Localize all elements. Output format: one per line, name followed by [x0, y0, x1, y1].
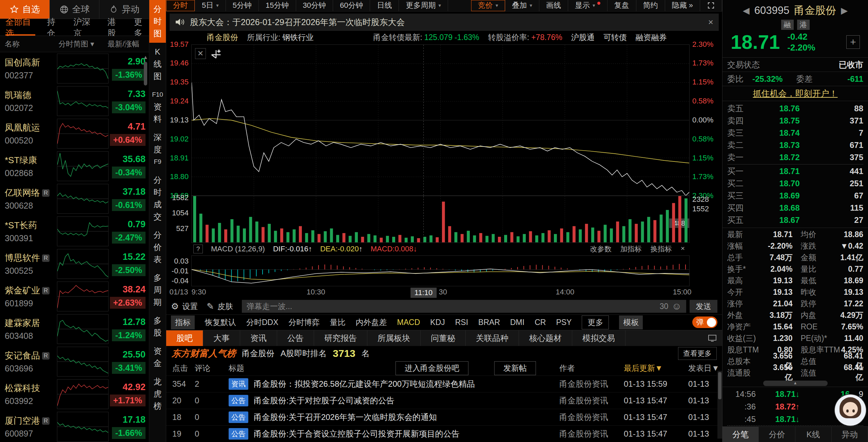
indicator-RSI[interactable]: RSI — [455, 318, 468, 327]
forum-author[interactable]: 甬金股份资讯 — [559, 428, 624, 439]
view-strip-item-2[interactable]: K线图 — [149, 43, 166, 85]
indicator-恢复默认[interactable]: 恢复默认 — [205, 317, 236, 328]
industry-value[interactable]: 钢铁行业 — [282, 32, 313, 43]
skin-icon[interactable]: ✎ — [207, 301, 214, 312]
view-strip-item-8[interactable]: 多股 — [149, 311, 166, 342]
view-strip-item-7[interactable]: 多周期 — [149, 269, 166, 311]
tab-股吧[interactable]: 股吧 — [166, 330, 203, 346]
indicator-指标[interactable]: 指标 — [171, 315, 195, 329]
collapse-handle[interactable]: ▴ — [763, 381, 828, 386]
stock-row[interactable]: 亿联网络R30062837.18-0.61% — [0, 182, 149, 215]
stock-row[interactable]: *ST长药3003910.79-2.47% — [0, 215, 149, 248]
view-strip-item-5[interactable]: 分时成交 — [149, 171, 166, 226]
tool-竞价[interactable]: 竞价▾ — [471, 0, 505, 11]
tool-叠加[interactable]: 叠加▾ — [505, 0, 540, 11]
view-strip-item-1[interactable]: 分时图 — [149, 0, 166, 43]
forum-title-link[interactable]: 甬金股份:关于召开2026年第一次临时股东会的通知 — [254, 412, 437, 423]
macd-plot[interactable] — [191, 255, 690, 286]
forum-row[interactable]: 180公告甬金股份:关于召开2026年第一次临时股东会的通知甬金股份资讯01-1… — [166, 409, 722, 425]
period-tab-15分钟[interactable]: 15分钟 — [259, 0, 296, 11]
forum-row[interactable]: 3542资讯甬金股份：拟投资26.58亿元建设年产200万吨短流程绿色精品甬金股… — [166, 376, 722, 392]
macd-tool-2[interactable]: 加指标 — [620, 244, 642, 254]
tab-研究报告[interactable]: 研究报告 — [314, 330, 367, 346]
book-row[interactable]: 买一18.71441 — [727, 165, 863, 177]
bond-price[interactable]: 125.079 — [424, 33, 452, 42]
period-tab-60分钟[interactable]: 60分钟 — [333, 0, 370, 11]
column-chart-dropdown[interactable]: 分时简图 ▾ — [51, 39, 102, 49]
indicator-更多[interactable]: 更多 — [582, 315, 609, 329]
tool-画线[interactable]: 画线 — [539, 0, 568, 11]
col-updated-sort[interactable]: 最后更新▼ — [624, 363, 688, 373]
indicator-MACD[interactable]: MACD — [397, 318, 420, 327]
volume-plot[interactable]: 488 — [191, 196, 690, 243]
tab-大事[interactable]: 大事 — [203, 330, 240, 346]
stock-row[interactable]: 凤凰航运0005204.71+0.64% — [0, 117, 149, 150]
macd-tool-4[interactable]: × — [681, 244, 685, 254]
enter-forum-button[interactable]: 进入甬金股份吧 — [396, 361, 468, 375]
stock-row[interactable]: 国创高新0023772.90-1.36% — [0, 52, 149, 85]
scrollbar-thumb[interactable] — [144, 62, 147, 85]
quote-tab-分价[interactable]: 分价 — [759, 427, 795, 442]
stock-row[interactable]: 凯瑞德0020727.33-3.04% — [0, 85, 149, 117]
tick-row[interactable]: 15:0018.71942 — [727, 425, 863, 426]
view-strip-item-9[interactable]: 资金 — [149, 342, 166, 372]
period-tab-5日[interactable]: 5日▾ — [195, 0, 226, 11]
book-row[interactable]: 卖三18.747 — [727, 127, 863, 139]
book-row[interactable]: 买三18.6967 — [727, 190, 863, 202]
prev-stock-icon[interactable]: ◀ — [743, 5, 750, 16]
overlay-close-icon[interactable]: ✕ — [195, 48, 206, 59]
tab-所属板块[interactable]: 所属板块 — [367, 330, 421, 346]
book-row[interactable]: 买四18.68115 — [727, 202, 863, 214]
indicator-量比[interactable]: 量比 — [330, 317, 346, 328]
forum-title-link[interactable]: 甬金股份：拟投资26.58亿元建设年产200万吨短流程绿色精品 — [254, 379, 475, 389]
price-plot[interactable]: ✕ — [191, 44, 690, 196]
forum-author[interactable]: 甬金股份资讯 — [559, 412, 624, 423]
stock-row[interactable]: 安记食品R60369625.50-3.41% — [0, 345, 149, 378]
add-to-watchlist-button[interactable]: + — [846, 35, 860, 49]
forum-row[interactable]: 190公告甬金股份:关于合资设立控股子公司投资开展新项目的公告甬金股份资讯01-… — [166, 425, 722, 442]
period-tab-日线[interactable]: 日线 — [370, 0, 399, 11]
forum-row[interactable]: 200公告甬金股份:关于对控股子公司减资的公告甬金股份资讯01-13 15:47… — [166, 392, 722, 409]
tab-模拟交易[interactable]: 模拟交易 — [572, 330, 625, 346]
emoji-icon[interactable]: ☺ — [672, 301, 681, 312]
news-scrollbar[interactable] — [717, 371, 722, 439]
skin-label[interactable]: 皮肤 — [217, 301, 233, 312]
info-link-1[interactable]: 沪股通 — [571, 32, 595, 43]
tab-公告[interactable]: 公告 — [277, 330, 314, 346]
stock-row[interactable]: 松霖科技60399242.92+1.71% — [0, 378, 149, 410]
indicator-CR[interactable]: CR — [535, 318, 546, 327]
tool-显示[interactable]: 显示▾ — [568, 0, 607, 11]
info-link-3[interactable]: 融资融券 — [636, 32, 667, 43]
indicator-KDJ[interactable]: KDJ — [430, 318, 445, 327]
watchlist-scrollbar[interactable]: ▲ — [143, 54, 148, 95]
view-strip-item-6[interactable]: 分价表 — [149, 226, 166, 269]
next-stock-icon[interactable]: ▶ — [841, 5, 848, 16]
stock-row[interactable]: 紫金矿业R60189938.24+2.63% — [0, 280, 149, 313]
indicator-PSY[interactable]: PSY — [556, 318, 572, 327]
forum-title-link[interactable]: 甬金股份:关于合资设立控股子公司投资开展新项目的公告 — [254, 428, 460, 439]
new-post-button[interactable]: 发新帖 — [494, 361, 536, 375]
watchlist-subtab-4[interactable]: 港股 — [108, 19, 122, 36]
open-account-banner[interactable]: 抓住机会，即刻开户！ — [722, 86, 868, 101]
tool-隐藏 »[interactable]: 隐藏 » — [665, 0, 700, 11]
stock-row[interactable]: *ST绿康00286835.68-0.34% — [0, 150, 149, 182]
stock-row[interactable]: 博思软件R30052515.22-2.50% — [0, 248, 149, 280]
view-more-button[interactable]: 查看更多 — [678, 347, 717, 360]
assistant-avatar[interactable] — [835, 395, 866, 426]
tool-复盘[interactable]: 复盘 — [607, 0, 636, 11]
indicator-DMI[interactable]: DMI — [510, 318, 524, 327]
indicator-内外盘差[interactable]: 内外盘差 — [356, 317, 387, 328]
forum-title-link[interactable]: 甬金股份:关于对控股子公司减资的公告 — [254, 395, 394, 406]
indicator-分时博弈[interactable]: 分时博弈 — [289, 317, 320, 328]
quote-tab-分笔[interactable]: 分笔 — [722, 427, 759, 442]
tool-简约[interactable]: 简约 — [636, 0, 665, 11]
macd-tool-1[interactable]: 改参数 — [590, 244, 612, 254]
gear-icon[interactable]: ⚙ — [171, 301, 179, 312]
danmu-toggle[interactable]: 弹 — [692, 316, 717, 328]
announcement-text[interactable]: 股东大会：于2026-01-29召开2026年第一次临时股东大会 — [190, 17, 405, 28]
period-tab-30分钟[interactable]: 30分钟 — [296, 0, 333, 11]
send-button[interactable]: 发送 — [690, 300, 717, 313]
watchlist-subtab-5[interactable]: 更多 — [134, 19, 149, 36]
popularity-brand[interactable]: 东方财富人气榜 — [172, 347, 236, 360]
settings-label[interactable]: 设置 — [182, 301, 198, 312]
